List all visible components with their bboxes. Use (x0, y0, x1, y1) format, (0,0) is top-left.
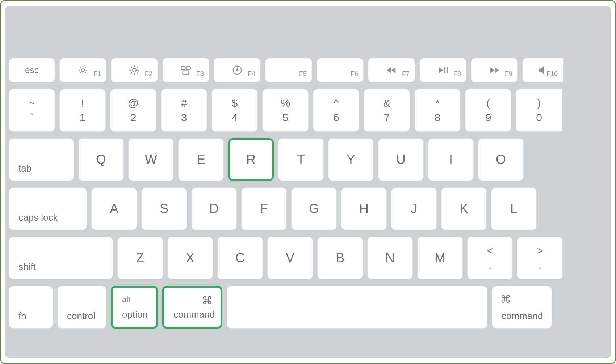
svg-line-15 (137, 72, 138, 74)
play-pause-icon (437, 64, 449, 76)
key-f1[interactable]: F1 (59, 58, 106, 82)
key-i[interactable]: I (428, 138, 474, 181)
svg-marker-24 (387, 67, 391, 73)
key-k[interactable]: K (441, 187, 487, 230)
svg-line-6 (85, 72, 86, 73)
key-q[interactable]: Q (78, 138, 124, 181)
label-command-left: command (173, 309, 215, 320)
key-f[interactable]: F (241, 187, 287, 230)
label-f4: F4 (248, 70, 255, 78)
label-tab: tab (18, 163, 32, 174)
key-esc[interactable]: esc (9, 58, 55, 82)
key-control[interactable]: control (57, 286, 106, 329)
label-f6: F6 (351, 70, 358, 78)
label-f8: F8 (453, 70, 461, 78)
svg-point-0 (81, 69, 85, 72)
key-x[interactable]: X (167, 237, 213, 279)
key-f2[interactable]: F2 (111, 58, 158, 82)
key-j[interactable]: J (391, 187, 437, 230)
mission-control-icon (180, 64, 192, 76)
svg-line-8 (85, 67, 86, 68)
key-r[interactable]: R (228, 138, 274, 181)
key-3[interactable]: #3 (161, 89, 207, 132)
svg-point-9 (133, 68, 136, 72)
key-command-right[interactable]: ⌘ command (492, 286, 552, 329)
svg-marker-31 (539, 66, 544, 75)
svg-point-23 (236, 69, 238, 71)
key-7[interactable]: &7 (364, 89, 410, 132)
key-n[interactable]: N (367, 237, 413, 279)
key-f7[interactable]: F7 (368, 58, 415, 82)
key-9[interactable]: (9 (465, 89, 511, 132)
key-m[interactable]: M (417, 237, 463, 279)
command-icon: ⌘ (202, 294, 213, 307)
key-f8[interactable]: F8 (419, 58, 466, 82)
key-6[interactable]: ^6 (313, 89, 359, 132)
key-f5[interactable]: F5 (265, 58, 312, 82)
key-f9[interactable]: F9 (471, 58, 518, 82)
label-f1: F1 (93, 70, 101, 78)
label-fn: fn (18, 310, 26, 322)
row-numbers: ~` !1 @2 #3 $4 %5 ^6 &7 *8 (9 )0 (9, 89, 607, 132)
key-8[interactable]: *8 (414, 89, 461, 132)
svg-rect-28 (447, 67, 448, 73)
key-capslock[interactable]: caps lock (9, 187, 87, 230)
key-d[interactable]: D (191, 187, 237, 230)
label-f10: F10 (546, 70, 558, 78)
key-0[interactable]: )0 (516, 89, 562, 132)
row-function: esc F1 F2 F (9, 58, 607, 82)
svg-rect-19 (186, 67, 190, 70)
key-fn[interactable]: fn (9, 286, 53, 329)
label-f3: F3 (196, 70, 204, 78)
svg-rect-18 (181, 67, 185, 70)
key-1[interactable]: !1 (59, 89, 106, 132)
svg-line-17 (137, 67, 138, 68)
svg-rect-20 (183, 71, 189, 74)
keyboard-diagram: esc F1 F2 F (0, 0, 616, 364)
key-space[interactable] (227, 286, 487, 329)
label-f2: F2 (145, 70, 152, 78)
key-2[interactable]: @2 (110, 89, 156, 132)
label-shift: shift (18, 261, 36, 272)
key-f6[interactable]: F6 (317, 58, 364, 82)
key-u[interactable]: U (378, 138, 424, 181)
key-o[interactable]: O (478, 138, 524, 181)
key-f4[interactable]: F4 (214, 58, 261, 82)
key-v[interactable]: V (267, 237, 313, 279)
label-option: option (122, 309, 148, 320)
key-s[interactable]: S (141, 187, 187, 230)
key-command-left[interactable]: ⌘ command (162, 286, 222, 329)
forward-icon (488, 64, 500, 76)
key-backtick[interactable]: ~` (9, 89, 55, 132)
key-shift[interactable]: shift (9, 237, 113, 279)
key-z[interactable]: Z (117, 237, 163, 279)
key-f3[interactable]: F3 (162, 58, 209, 82)
key-comma[interactable]: <, (467, 237, 513, 279)
key-5[interactable]: %5 (262, 89, 309, 132)
svg-marker-25 (391, 67, 395, 73)
key-e[interactable]: E (178, 138, 224, 181)
label-command-right: command (502, 310, 543, 322)
key-tab[interactable]: tab (9, 138, 74, 181)
key-h[interactable]: H (341, 187, 387, 230)
label-capslock: caps lock (18, 212, 58, 223)
row-asdf: caps lock A S D F G H J K L (9, 187, 607, 230)
key-y[interactable]: Y (328, 138, 374, 181)
svg-line-14 (131, 67, 132, 68)
row-zxcv: shift Z X C V B N M <, >. (9, 237, 607, 279)
svg-line-7 (80, 72, 81, 73)
key-4[interactable]: $4 (211, 89, 258, 132)
key-g[interactable]: G (291, 187, 337, 230)
key-option[interactable]: alt option (111, 286, 158, 329)
key-c[interactable]: C (217, 237, 263, 279)
key-t[interactable]: T (278, 138, 324, 181)
svg-marker-29 (490, 67, 494, 73)
key-f10[interactable]: F10 (522, 58, 563, 82)
key-period[interactable]: >. (517, 237, 563, 279)
svg-rect-27 (444, 67, 445, 73)
key-b[interactable]: B (317, 237, 363, 279)
key-w[interactable]: W (128, 138, 174, 181)
key-l[interactable]: L (491, 187, 537, 230)
brightness-up-icon (128, 64, 141, 76)
key-a[interactable]: A (91, 187, 137, 230)
